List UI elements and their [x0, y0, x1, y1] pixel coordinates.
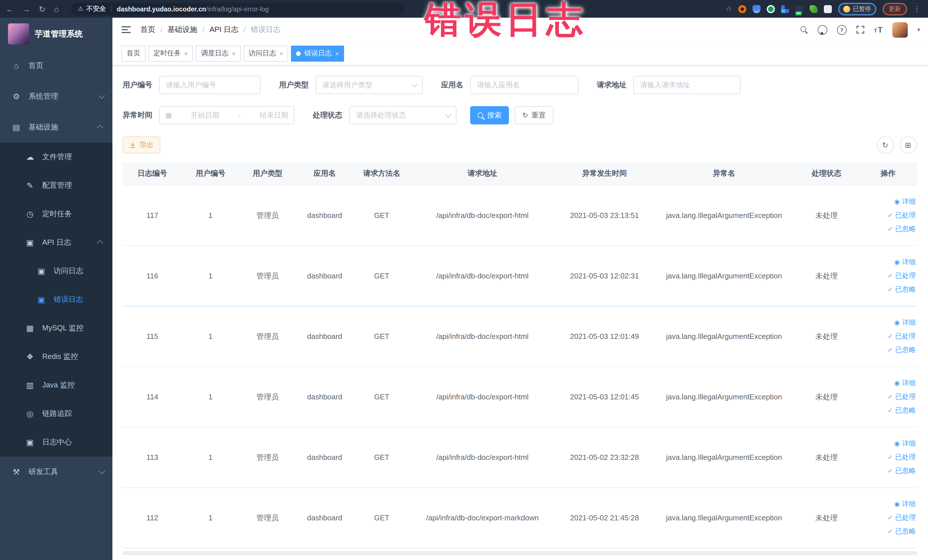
- sidebar-item-trace[interactable]: ◎ 链路追踪: [0, 400, 112, 428]
- ignored-link[interactable]: ✓已忽略: [888, 526, 916, 536]
- extension-icon[interactable]: [795, 5, 803, 13]
- cell-user-id: 1: [182, 272, 239, 280]
- processed-link[interactable]: ✓已处理: [888, 452, 916, 462]
- cell-method: GET: [353, 211, 410, 220]
- sidebar-item-java-monitor[interactable]: ▥ Java 监控: [0, 371, 112, 400]
- app-name-input[interactable]: 请输入应用名: [470, 76, 578, 94]
- sidebar-item-scheduled-tasks[interactable]: ◷ 定时任务: [0, 200, 112, 228]
- sidebar-item-home[interactable]: ⌂ 首页: [0, 50, 112, 81]
- user-type-select[interactable]: 请选择用户类型: [316, 76, 423, 94]
- cell-user-type: 管理员: [239, 513, 296, 523]
- sidebar-item-log-center[interactable]: ▣ 日志中心: [0, 428, 112, 456]
- column-settings-button[interactable]: ⊞: [899, 136, 917, 154]
- processed-link[interactable]: ✓已处理: [888, 271, 916, 281]
- bookmark-star-icon[interactable]: ☆: [725, 5, 732, 13]
- extension-icon[interactable]: [781, 5, 789, 13]
- horizontal-scrollbar[interactable]: [123, 551, 917, 555]
- user-type-label: 用户类型: [279, 80, 309, 90]
- browser-home-icon[interactable]: ⌂: [54, 5, 59, 13]
- user-id-input[interactable]: 请输入用户编号: [159, 76, 261, 94]
- sidebar-item-mysql-monitor[interactable]: ▦ MySQL 监控: [0, 314, 112, 342]
- col-user-type: 用户类型: [239, 168, 296, 179]
- cell-actions: ◉详细 ✓已处理 ✓已忽略: [859, 257, 917, 294]
- not-secure-label[interactable]: 不安全: [86, 5, 106, 13]
- sidebar-item-redis-monitor[interactable]: ❖ Redis 监控: [0, 342, 112, 371]
- app-logo-row[interactable]: 芋道管理系统: [0, 18, 112, 50]
- tab-scheduled-tasks[interactable]: 定时任务×: [148, 45, 193, 61]
- exception-time-range-picker[interactable]: ▦ 开始日期 - 结束日期: [159, 106, 295, 124]
- tab-error-log[interactable]: 错误日志×: [291, 45, 344, 61]
- ignored-link[interactable]: ✓已忽略: [888, 406, 916, 415]
- export-button[interactable]: 导出: [123, 136, 160, 154]
- sidebar-item-config-management[interactable]: ✎ 配置管理: [0, 171, 112, 200]
- url-path: /infra/log/api-error-log: [206, 5, 269, 12]
- check-icon: ✓: [888, 333, 893, 339]
- request-url-label: 请求地址: [597, 80, 626, 90]
- ignored-link[interactable]: ✓已忽略: [888, 345, 916, 355]
- github-icon[interactable]: [818, 25, 827, 35]
- cell-method: GET: [353, 453, 410, 462]
- sidebar-item-access-log[interactable]: ▣ 访问日志: [0, 257, 112, 285]
- browser-forward-icon[interactable]: →: [22, 5, 30, 13]
- browser-reload-icon[interactable]: ↻: [39, 5, 45, 13]
- reset-button[interactable]: ↻ 重置: [514, 106, 553, 124]
- close-icon[interactable]: ×: [279, 50, 283, 57]
- chevron-down-icon[interactable]: ▾: [917, 27, 920, 32]
- cell-actions: ◉详细 ✓已处理 ✓已忽略: [859, 318, 917, 355]
- col-process-status: 处理状态: [794, 168, 859, 179]
- processed-link[interactable]: ✓已处理: [888, 392, 916, 402]
- browser-menu-icon[interactable]: ⋮: [913, 5, 920, 13]
- processed-link[interactable]: ✓已处理: [888, 211, 916, 220]
- sidebar-item-dev-tools[interactable]: ⚒ 研发工具: [0, 456, 112, 487]
- refresh-table-button[interactable]: ↻: [877, 136, 894, 154]
- ignored-link[interactable]: ✓已忽略: [888, 285, 916, 294]
- extension-icon[interactable]: [810, 5, 818, 13]
- sidebar-item-api-log[interactable]: ▣ API 日志: [0, 228, 112, 257]
- extension-icon[interactable]: [767, 5, 775, 13]
- fullscreen-icon[interactable]: [856, 26, 864, 34]
- close-icon[interactable]: ×: [232, 50, 236, 57]
- hamburger-icon[interactable]: [122, 26, 131, 33]
- breadcrumb-api-log[interactable]: API 日志: [210, 24, 238, 35]
- processed-link[interactable]: ✓已处理: [888, 513, 916, 523]
- extension-icon[interactable]: [738, 5, 746, 13]
- search-button[interactable]: 搜索: [470, 106, 509, 124]
- process-status-select[interactable]: 请选择处理状态: [349, 106, 456, 124]
- chevron-down-icon: [99, 92, 105, 99]
- tab-schedule-log[interactable]: 调度日志×: [196, 45, 241, 61]
- detail-link[interactable]: ◉详细: [894, 197, 916, 206]
- ignored-link[interactable]: ✓已忽略: [888, 466, 916, 476]
- breadcrumb-infrastructure[interactable]: 基础设施: [168, 24, 197, 35]
- ignored-link[interactable]: ✓已忽略: [888, 224, 916, 234]
- detail-link[interactable]: ◉详细: [894, 378, 916, 388]
- sidebar-item-file-management[interactable]: ☁ 文件管理: [0, 143, 112, 171]
- sidebar-item-infrastructure[interactable]: ▤ 基础设施: [0, 112, 112, 143]
- processed-link[interactable]: ✓已处理: [888, 331, 916, 341]
- edit-icon: ✎: [25, 181, 35, 190]
- detail-link[interactable]: ◉详细: [894, 439, 916, 449]
- sidebar-item-system-management[interactable]: ⚙ 系统管理: [0, 81, 112, 112]
- breadcrumb-home[interactable]: 首页: [140, 24, 155, 35]
- search-icon[interactable]: [800, 26, 808, 34]
- extensions-puzzle-icon[interactable]: [824, 5, 832, 13]
- extension-icon[interactable]: [752, 5, 760, 13]
- browser-back-icon[interactable]: ←: [6, 5, 14, 13]
- detail-link[interactable]: ◉详细: [894, 257, 916, 267]
- cell-exception-name: java.lang.IllegalArgumentException: [655, 514, 794, 522]
- sidebar-item-error-log[interactable]: ▣ 错误日志: [0, 285, 112, 314]
- check-icon: ✓: [888, 347, 893, 353]
- tab-home[interactable]: 首页: [122, 45, 145, 61]
- avatar[interactable]: [892, 22, 908, 37]
- paused-badge[interactable]: 已暂停: [838, 3, 876, 15]
- request-url-input[interactable]: 请输入请求地址: [633, 76, 740, 94]
- update-badge[interactable]: 更新: [882, 3, 907, 15]
- cell-exception-time: 2021-05-02 23:32:28: [554, 453, 655, 462]
- tab-access-log[interactable]: 访问日志×: [244, 45, 288, 61]
- detail-link[interactable]: ◉详细: [894, 318, 916, 328]
- close-icon[interactable]: ×: [335, 50, 339, 57]
- close-icon[interactable]: ×: [184, 50, 188, 57]
- font-size-icon[interactable]: TT: [874, 26, 883, 34]
- help-icon[interactable]: ?: [837, 25, 847, 35]
- address-bar[interactable]: ⚠ 不安全 dashboard.yudao.iocoder.cn /infra/…: [71, 3, 404, 15]
- detail-link[interactable]: ◉详细: [894, 499, 916, 509]
